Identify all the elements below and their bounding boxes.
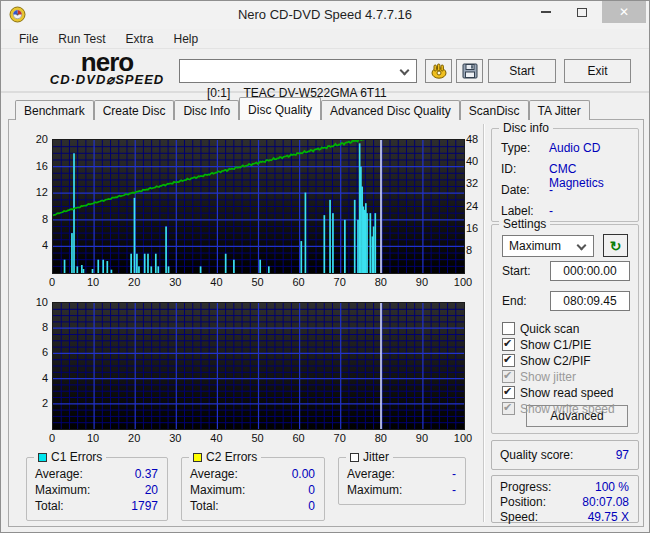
c1-errors-panel: C1 ErrorsAverage:0.37Maximum:20Total:179… (26, 457, 168, 521)
tab-ta-jitter[interactable]: TA Jitter (529, 100, 590, 120)
progress-value: 100 % (595, 480, 629, 494)
stat-label: Average: (35, 467, 83, 481)
app-window: Nero CD-DVD Speed 4.7.7.16 ✕ FileRun Tes… (0, 0, 650, 533)
checkbox-show-c2-pif[interactable]: ✔Show C2/PIF (502, 353, 591, 368)
jitter-panel: JitterAverage:-Maximum:- (338, 457, 466, 505)
tab-bar: BenchmarkCreate DiscDisc InfoDisc Qualit… (15, 99, 590, 120)
x-axis-tick-label: 0 (41, 276, 63, 288)
stat-label: Average: (190, 467, 238, 481)
save-floppy-icon (461, 62, 479, 80)
x-axis-tick-label: 30 (164, 432, 186, 444)
stat-row: Total:0 (190, 499, 315, 514)
menu-run-test[interactable]: Run Test (48, 30, 115, 48)
checkbox-checked-icon: ✔ (502, 338, 515, 351)
y-axis-tick-label: 20 (26, 133, 48, 145)
disc-info-panel: Disc info Type:Audio CDID:CMC MagneticsD… (491, 128, 639, 222)
c2-errors-chart (52, 302, 465, 430)
x-axis-tick-label: 20 (123, 432, 145, 444)
disc-info-row: ID:CMC Magnetics (501, 162, 631, 177)
x-axis-tick-label: 0 (41, 432, 63, 444)
quality-score-label: Quality score: (500, 448, 573, 462)
tab-create-disc[interactable]: Create Disc (94, 100, 175, 120)
progress-row: Speed:49.75 X (500, 510, 629, 525)
tab-advanced-disc-quality[interactable]: Advanced Disc Quality (321, 100, 460, 120)
y-axis-tick-label: 8 (26, 213, 48, 225)
stat-value: 0.37 (135, 467, 158, 481)
x-axis-tick-label: 10 (82, 432, 104, 444)
eject-disc-button[interactable] (425, 59, 452, 83)
tab-disc-info[interactable]: Disc Info (174, 100, 239, 120)
checkbox-quick-scan[interactable]: Quick scan (502, 321, 579, 336)
nero-logo: nero CD·DVD⌀SPEED (37, 51, 177, 86)
speed-select[interactable]: Maximum (502, 235, 594, 257)
exit-button[interactable]: Exit (564, 59, 631, 83)
x-axis-tick-label: 90 (411, 432, 433, 444)
progress-panel: Progress:100 %Position:80:07.08Speed:49.… (491, 475, 639, 523)
end-time-row: End: 080:09.45 (502, 291, 630, 311)
stat-value: 0 (308, 499, 315, 513)
minimize-icon (541, 11, 551, 13)
quality-score-panel: Quality score: 97 (491, 440, 639, 470)
end-time-label: End: (502, 294, 527, 308)
maximize-icon (577, 8, 587, 17)
y-axis-tick-label: 2 (26, 397, 48, 409)
checkbox-show-c1-pie[interactable]: ✔Show C1/PIE (502, 337, 591, 352)
stat-row: Maximum:0 (190, 483, 315, 498)
checkbox-label: Show read speed (520, 386, 613, 400)
checkbox-checked-icon: ✔ (502, 354, 515, 367)
y-axis-tick-label: 6 (26, 346, 48, 358)
stat-value: 0 (308, 483, 315, 497)
x-axis-tick-label: 80 (370, 276, 392, 288)
stat-label: Total: (35, 499, 64, 513)
y-axis-tick-label: 8 (26, 321, 48, 333)
progress-row: Position:80:07.08 (500, 495, 629, 510)
stat-label: Average: (347, 467, 395, 481)
maximize-button[interactable] (565, 1, 599, 23)
y-axis-tick-label: 12 (26, 186, 48, 198)
quality-score-row: Quality score: 97 (500, 448, 629, 463)
x-axis-tick-label: 50 (247, 432, 269, 444)
start-time-row: Start: 000:00.00 (502, 261, 630, 281)
cdvd-speed-logo-text: CD·DVD⌀SPEED (37, 73, 177, 86)
stat-value: 0.00 (292, 467, 315, 481)
checkbox-checked-icon: ✔ (502, 386, 515, 399)
chevron-down-icon (400, 66, 410, 76)
menu-file[interactable]: File (9, 30, 48, 48)
menu-help[interactable]: Help (164, 30, 209, 48)
start-time-field[interactable]: 000:00.00 (550, 261, 630, 281)
x-axis-tick-label: 60 (288, 276, 310, 288)
x-axis-tick-label: 40 (205, 432, 227, 444)
legend-swatch (193, 453, 202, 462)
disc-info-value: - (549, 204, 553, 218)
menu-extra[interactable]: Extra (115, 30, 163, 48)
toolbar: nero CD·DVD⌀SPEED [0:1] TEAC DV-W522GMA … (1, 49, 649, 93)
checkbox-checked-icon: ✔ (502, 370, 515, 383)
drive-select[interactable]: [0:1] TEAC DV-W522GMA 6T11 (179, 59, 417, 83)
eject-hand-icon (430, 62, 448, 80)
panel-title: Jitter (346, 450, 393, 464)
disc-info-row: Date:- (501, 183, 631, 198)
minimize-button[interactable] (529, 1, 563, 23)
progress-label: Progress: (500, 480, 551, 494)
save-results-button[interactable] (456, 59, 483, 83)
tab-scandisc[interactable]: ScanDisc (460, 100, 529, 120)
title-bar: Nero CD-DVD Speed 4.7.7.16 ✕ (1, 1, 649, 29)
tab-disc-quality[interactable]: Disc Quality (239, 97, 321, 120)
x-axis-tick-label: 60 (288, 432, 310, 444)
refresh-button[interactable]: ↻ (603, 234, 628, 257)
end-time-field[interactable]: 080:09.45 (550, 291, 630, 311)
disc-quality-tab-page: 4812162081624324048010203040506070809010… (8, 119, 644, 527)
progress-row: Progress:100 % (500, 480, 629, 495)
checkbox-show-read-speed[interactable]: ✔Show read speed (502, 385, 613, 400)
start-button[interactable]: Start (488, 59, 556, 83)
close-button[interactable]: ✕ (602, 1, 646, 23)
stat-label: Maximum: (190, 483, 245, 497)
stat-row: Average:0.37 (35, 467, 158, 482)
quality-score-value: 97 (616, 448, 629, 462)
speed-select-value: Maximum (509, 239, 561, 253)
tab-benchmark[interactable]: Benchmark (15, 100, 94, 120)
x-axis-tick-label: 100 (452, 432, 474, 444)
x-axis-tick-label: 90 (411, 276, 433, 288)
stat-row: Average:0.00 (190, 467, 315, 482)
checkbox-show-jitter: ✔Show jitter (502, 369, 576, 384)
